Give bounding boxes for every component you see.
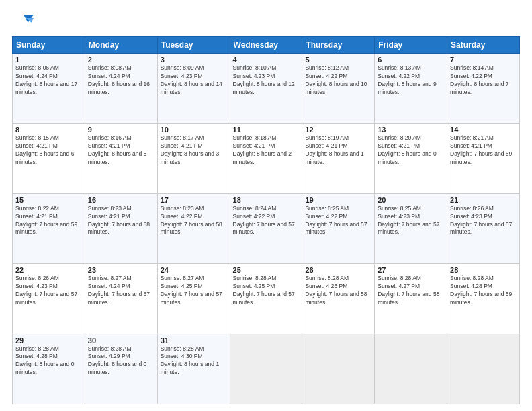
logo [12,12,36,31]
header [12,12,520,31]
day-info: Sunrise: 8:26 AMSunset: 4:23 PMDaylight:… [450,205,517,237]
day-info: Sunrise: 8:25 AMSunset: 4:22 PMDaylight:… [305,205,371,237]
week-row-1: 1Sunrise: 8:06 AMSunset: 4:24 PMDaylight… [13,54,520,124]
day-cell-2: 2Sunrise: 8:08 AMSunset: 4:24 PMDaylight… [85,54,157,124]
day-number: 5 [305,56,371,64]
day-cell-26: 26Sunrise: 8:28 AMSunset: 4:26 PMDayligh… [302,264,375,334]
day-cell-19: 19Sunrise: 8:25 AMSunset: 4:22 PMDayligh… [302,193,375,263]
weekday-tuesday: Tuesday [157,37,230,54]
day-cell-25: 25Sunrise: 8:28 AMSunset: 4:25 PMDayligh… [230,264,302,334]
day-info: Sunrise: 8:15 AMSunset: 4:21 PMDaylight:… [15,134,82,167]
weekday-monday: Monday [85,37,157,54]
weekday-saturday: Saturday [447,37,520,54]
week-row-3: 15Sunrise: 8:22 AMSunset: 4:21 PMDayligh… [13,193,520,263]
day-info: Sunrise: 8:14 AMSunset: 4:22 PMDaylight:… [450,64,517,97]
day-info: Sunrise: 8:20 AMSunset: 4:21 PMDaylight:… [378,134,444,167]
day-info: Sunrise: 8:23 AMSunset: 4:22 PMDaylight:… [161,205,227,237]
day-number: 1 [15,56,82,64]
day-cell-31: 31Sunrise: 8:28 AMSunset: 4:30 PMDayligh… [157,334,230,404]
day-info: Sunrise: 8:28 AMSunset: 4:25 PMDaylight:… [233,275,300,307]
day-info: Sunrise: 8:23 AMSunset: 4:21 PMDaylight:… [88,205,154,237]
day-cell-29: 29Sunrise: 8:28 AMSunset: 4:28 PMDayligh… [13,334,85,404]
day-number: 20 [378,196,444,204]
day-cell-15: 15Sunrise: 8:22 AMSunset: 4:21 PMDayligh… [13,193,85,263]
day-number: 2 [88,56,154,64]
day-number: 9 [88,126,154,134]
day-cell-9: 9Sunrise: 8:16 AMSunset: 4:21 PMDaylight… [85,124,157,193]
day-number: 25 [233,266,300,274]
day-info: Sunrise: 8:21 AMSunset: 4:21 PMDaylight:… [450,134,517,167]
day-cell-4: 4Sunrise: 8:10 AMSunset: 4:23 PMDaylight… [230,54,302,124]
day-number: 3 [161,56,227,64]
day-info: Sunrise: 8:06 AMSunset: 4:24 PMDaylight:… [15,64,82,97]
weekday-wednesday: Wednesday [230,37,302,54]
day-info: Sunrise: 8:10 AMSunset: 4:23 PMDaylight:… [233,64,300,97]
day-info: Sunrise: 8:19 AMSunset: 4:21 PMDaylight:… [305,134,371,167]
day-cell-24: 24Sunrise: 8:27 AMSunset: 4:25 PMDayligh… [157,264,230,334]
day-info: Sunrise: 8:24 AMSunset: 4:22 PMDaylight:… [233,205,300,237]
day-number: 12 [305,126,371,134]
page: SundayMondayTuesdayWednesdayThursdayFrid… [0,0,532,411]
day-number: 13 [378,126,444,134]
weekday-header-row: SundayMondayTuesdayWednesdayThursdayFrid… [13,37,520,54]
day-cell-5: 5Sunrise: 8:12 AMSunset: 4:22 PMDaylight… [302,54,375,124]
day-info: Sunrise: 8:28 AMSunset: 4:30 PMDaylight:… [161,345,227,377]
day-number: 24 [161,266,227,274]
day-cell-23: 23Sunrise: 8:27 AMSunset: 4:24 PMDayligh… [85,264,157,334]
day-number: 6 [378,56,444,64]
empty-cell [230,334,302,404]
day-cell-8: 8Sunrise: 8:15 AMSunset: 4:21 PMDaylight… [13,124,85,193]
empty-cell [302,334,375,404]
day-cell-30: 30Sunrise: 8:28 AMSunset: 4:29 PMDayligh… [85,334,157,404]
day-cell-13: 13Sunrise: 8:20 AMSunset: 4:21 PMDayligh… [375,124,447,193]
day-info: Sunrise: 8:28 AMSunset: 4:28 PMDaylight:… [450,275,517,307]
day-info: Sunrise: 8:22 AMSunset: 4:21 PMDaylight:… [15,205,82,237]
day-info: Sunrise: 8:28 AMSunset: 4:28 PMDaylight:… [15,345,82,377]
day-cell-28: 28Sunrise: 8:28 AMSunset: 4:28 PMDayligh… [447,264,520,334]
day-info: Sunrise: 8:16 AMSunset: 4:21 PMDaylight:… [88,134,154,167]
day-info: Sunrise: 8:17 AMSunset: 4:21 PMDaylight:… [161,134,227,167]
day-number: 19 [305,196,371,204]
day-number: 28 [450,266,517,274]
day-cell-17: 17Sunrise: 8:23 AMSunset: 4:22 PMDayligh… [157,193,230,263]
day-cell-1: 1Sunrise: 8:06 AMSunset: 4:24 PMDaylight… [13,54,85,124]
day-cell-11: 11Sunrise: 8:18 AMSunset: 4:21 PMDayligh… [230,124,302,193]
day-info: Sunrise: 8:08 AMSunset: 4:24 PMDaylight:… [88,64,154,97]
day-info: Sunrise: 8:09 AMSunset: 4:23 PMDaylight:… [161,64,227,97]
week-row-5: 29Sunrise: 8:28 AMSunset: 4:28 PMDayligh… [13,334,520,404]
day-info: Sunrise: 8:28 AMSunset: 4:27 PMDaylight:… [378,275,444,307]
day-cell-21: 21Sunrise: 8:26 AMSunset: 4:23 PMDayligh… [447,193,520,263]
day-info: Sunrise: 8:12 AMSunset: 4:22 PMDaylight:… [305,64,371,97]
day-info: Sunrise: 8:26 AMSunset: 4:23 PMDaylight:… [15,275,82,307]
generalblue-logo-icon [12,12,34,31]
weekday-sunday: Sunday [13,37,85,54]
day-number: 14 [450,126,517,134]
empty-cell [375,334,447,404]
day-number: 23 [88,266,154,274]
day-number: 16 [88,196,154,204]
weekday-friday: Friday [375,37,447,54]
day-number: 30 [88,336,154,345]
day-cell-16: 16Sunrise: 8:23 AMSunset: 4:21 PMDayligh… [85,193,157,263]
day-info: Sunrise: 8:28 AMSunset: 4:26 PMDaylight:… [305,275,371,307]
day-number: 11 [233,126,300,134]
week-row-4: 22Sunrise: 8:26 AMSunset: 4:23 PMDayligh… [13,264,520,334]
week-row-2: 8Sunrise: 8:15 AMSunset: 4:21 PMDaylight… [13,124,520,193]
day-cell-14: 14Sunrise: 8:21 AMSunset: 4:21 PMDayligh… [447,124,520,193]
day-info: Sunrise: 8:13 AMSunset: 4:22 PMDaylight:… [378,64,444,97]
day-number: 8 [15,126,82,134]
day-info: Sunrise: 8:27 AMSunset: 4:25 PMDaylight:… [161,275,227,307]
day-cell-10: 10Sunrise: 8:17 AMSunset: 4:21 PMDayligh… [157,124,230,193]
day-info: Sunrise: 8:27 AMSunset: 4:24 PMDaylight:… [88,275,154,307]
day-number: 17 [161,196,227,204]
day-cell-12: 12Sunrise: 8:19 AMSunset: 4:21 PMDayligh… [302,124,375,193]
day-cell-7: 7Sunrise: 8:14 AMSunset: 4:22 PMDaylight… [447,54,520,124]
day-number: 21 [450,196,517,204]
day-cell-27: 27Sunrise: 8:28 AMSunset: 4:27 PMDayligh… [375,264,447,334]
day-number: 26 [305,266,371,274]
day-info: Sunrise: 8:18 AMSunset: 4:21 PMDaylight:… [233,134,300,167]
day-cell-22: 22Sunrise: 8:26 AMSunset: 4:23 PMDayligh… [13,264,85,334]
day-number: 7 [450,56,517,64]
day-cell-6: 6Sunrise: 8:13 AMSunset: 4:22 PMDaylight… [375,54,447,124]
day-cell-18: 18Sunrise: 8:24 AMSunset: 4:22 PMDayligh… [230,193,302,263]
